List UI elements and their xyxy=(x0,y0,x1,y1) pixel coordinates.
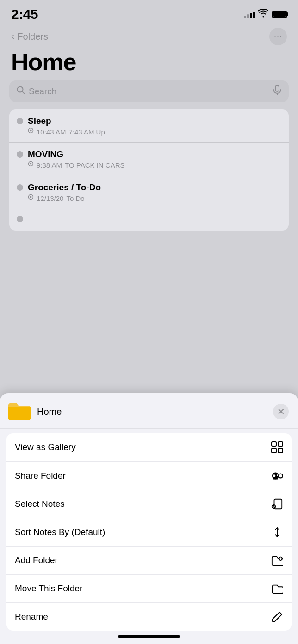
chevron-left-icon: ‹ xyxy=(11,30,14,43)
sheet-close-button[interactable]: ✕ xyxy=(273,404,289,419)
svg-rect-12 xyxy=(278,442,283,446)
more-button[interactable]: ··· xyxy=(269,28,287,45)
sheet-folder-name: Home xyxy=(37,407,62,417)
mic-icon[interactable] xyxy=(273,85,281,97)
note-title: Sleep xyxy=(28,116,51,126)
menu-item-select-notes[interactable]: Select Notes xyxy=(6,490,292,518)
menu-label-select-notes: Select Notes xyxy=(15,499,65,509)
note-item-partial[interactable] xyxy=(9,209,289,231)
status-icons xyxy=(244,9,287,20)
svg-rect-14 xyxy=(278,448,283,453)
note-meta-time: 9:38 AM xyxy=(37,161,62,169)
status-time: 2:45 xyxy=(11,6,38,22)
menu-label-rename: Rename xyxy=(15,612,48,622)
notes-list: Sleep 10:43 AM 7:43 AM Up MOVING xyxy=(0,109,298,231)
gallery-icon xyxy=(271,441,283,453)
note-meta: 10:43 AM 7:43 AM Up xyxy=(17,128,281,136)
note-meta: 12/13/20 To Do xyxy=(17,194,281,202)
menu-item-share-folder[interactable]: Share Folder xyxy=(6,462,292,490)
more-icon: ··· xyxy=(274,32,282,42)
note-item[interactable]: Groceries / To-Do 12/13/20 To Do xyxy=(9,176,289,209)
share-icon xyxy=(271,470,283,482)
note-bullet xyxy=(17,184,23,191)
menu-label-share-folder: Share Folder xyxy=(15,471,66,481)
search-placeholder: Search xyxy=(29,86,269,97)
menu-item-rename[interactable]: Rename xyxy=(6,603,292,631)
notes-card: Sleep 10:43 AM 7:43 AM Up MOVING xyxy=(9,109,289,231)
menu-label-add-folder: Add Folder xyxy=(15,555,58,565)
move-folder-icon xyxy=(271,583,283,595)
back-label: Folders xyxy=(17,31,48,42)
note-bullet xyxy=(17,151,23,158)
note-location-icon xyxy=(28,194,34,202)
svg-point-6 xyxy=(30,130,32,132)
menu-label-move-folder: Move This Folder xyxy=(15,583,82,594)
status-bar: 2:45 xyxy=(0,0,298,26)
svg-point-8 xyxy=(30,163,32,165)
note-title: MOVING xyxy=(28,149,63,159)
note-meta: 9:38 AM TO PACK IN CARS xyxy=(17,161,281,169)
note-item[interactable]: MOVING 9:38 AM TO PACK IN CARS xyxy=(9,143,289,176)
battery-icon xyxy=(272,11,287,18)
menu-item-add-folder[interactable]: Add Folder xyxy=(6,547,292,575)
svg-point-17 xyxy=(279,474,282,478)
note-meta-extra: 7:43 AM Up xyxy=(68,128,105,136)
close-icon: ✕ xyxy=(277,406,285,417)
svg-line-1 xyxy=(22,91,25,94)
home-indicator xyxy=(118,635,180,638)
wifi-icon xyxy=(258,9,268,20)
note-location-icon xyxy=(28,128,34,136)
folder-icon xyxy=(7,401,31,422)
sheet-header: Home ✕ xyxy=(0,393,298,429)
note-meta-time: 10:43 AM xyxy=(37,128,66,136)
note-meta-extra: TO PACK IN CARS xyxy=(65,161,124,169)
svg-rect-2 xyxy=(275,85,279,91)
note-meta-extra: To Do xyxy=(66,194,84,202)
pencil-icon xyxy=(271,611,283,623)
search-bar[interactable]: Search xyxy=(9,80,289,102)
svg-point-20 xyxy=(272,504,276,509)
page-title-area: Home xyxy=(0,45,298,80)
note-bullet xyxy=(17,118,23,124)
note-location-icon xyxy=(28,161,34,169)
svg-point-10 xyxy=(30,196,32,198)
add-folder-icon xyxy=(271,554,283,566)
back-button[interactable]: ‹ Folders xyxy=(11,30,48,43)
svg-rect-11 xyxy=(272,442,276,446)
sheet-folder-info: Home xyxy=(7,401,62,422)
sheet-menu-section: View as Gallery Share Folder xyxy=(6,433,292,631)
signal-icon xyxy=(244,10,255,18)
page-title: Home xyxy=(11,48,287,76)
note-meta-time: 12/13/20 xyxy=(37,194,63,202)
menu-label-sort-notes: Sort Notes By (Default) xyxy=(15,527,105,537)
menu-label-view-gallery: View as Gallery xyxy=(15,442,76,452)
note-item[interactable]: Sleep 10:43 AM 7:43 AM Up xyxy=(9,109,289,143)
svg-point-18 xyxy=(273,474,276,477)
svg-rect-13 xyxy=(272,448,276,453)
menu-item-move-folder[interactable]: Move This Folder xyxy=(6,575,292,603)
menu-item-sort-notes[interactable]: Sort Notes By (Default) xyxy=(6,518,292,547)
sort-icon xyxy=(271,526,283,538)
header-nav: ‹ Folders ··· xyxy=(0,26,298,45)
search-bar-wrap: Search xyxy=(0,80,298,109)
select-notes-icon xyxy=(271,498,283,510)
menu-item-view-gallery[interactable]: View as Gallery xyxy=(6,433,292,462)
search-icon xyxy=(17,86,25,97)
note-title: Groceries / To-Do xyxy=(28,182,101,193)
bottom-sheet: Home ✕ View as Gallery Share Folder xyxy=(0,393,298,644)
